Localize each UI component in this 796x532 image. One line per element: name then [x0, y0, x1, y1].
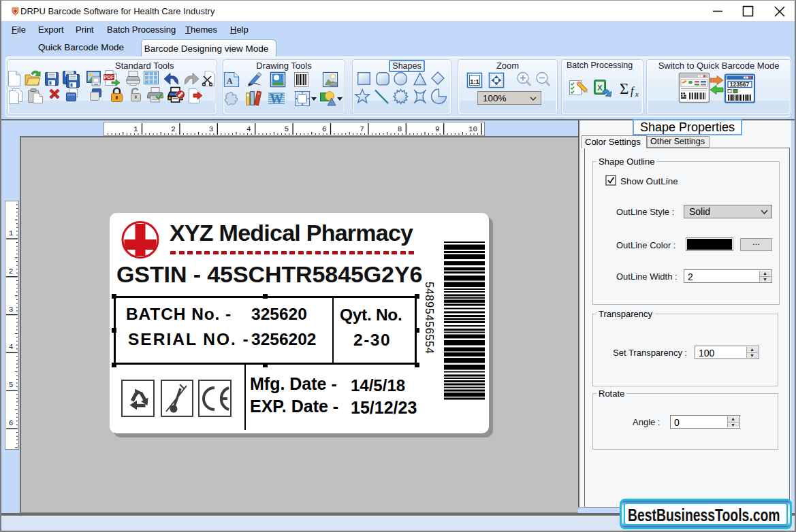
svg-text:7: 7	[360, 125, 364, 133]
svg-text:1:1: 1:1	[470, 78, 479, 85]
svg-text:A: A	[227, 76, 233, 86]
svg-text:X: X	[597, 84, 603, 92]
svg-text:8: 8	[398, 125, 402, 133]
svg-text:123567: 123567	[730, 81, 750, 88]
svg-text:4: 4	[246, 125, 251, 133]
svg-text:9: 9	[435, 125, 440, 133]
svg-text:5: 5	[9, 381, 14, 389]
svg-text:6: 6	[322, 125, 327, 133]
svg-text:2: 2	[9, 267, 14, 276]
svg-text:4: 4	[9, 343, 14, 351]
svg-text:Σ: Σ	[620, 80, 628, 97]
svg-text:3: 3	[209, 125, 214, 133]
svg-text:10: 10	[468, 125, 477, 133]
svg-text:PDF: PDF	[104, 74, 114, 80]
svg-text:1: 1	[133, 125, 138, 133]
svg-text:x: x	[635, 90, 639, 98]
svg-text:5: 5	[284, 125, 289, 133]
svg-text:6: 6	[9, 419, 14, 427]
svg-text:1: 1	[9, 229, 14, 237]
svg-text:3: 3	[9, 305, 14, 314]
svg-text:f: f	[631, 85, 635, 97]
svg-text:2: 2	[171, 125, 176, 133]
svg-text:W: W	[270, 91, 283, 106]
